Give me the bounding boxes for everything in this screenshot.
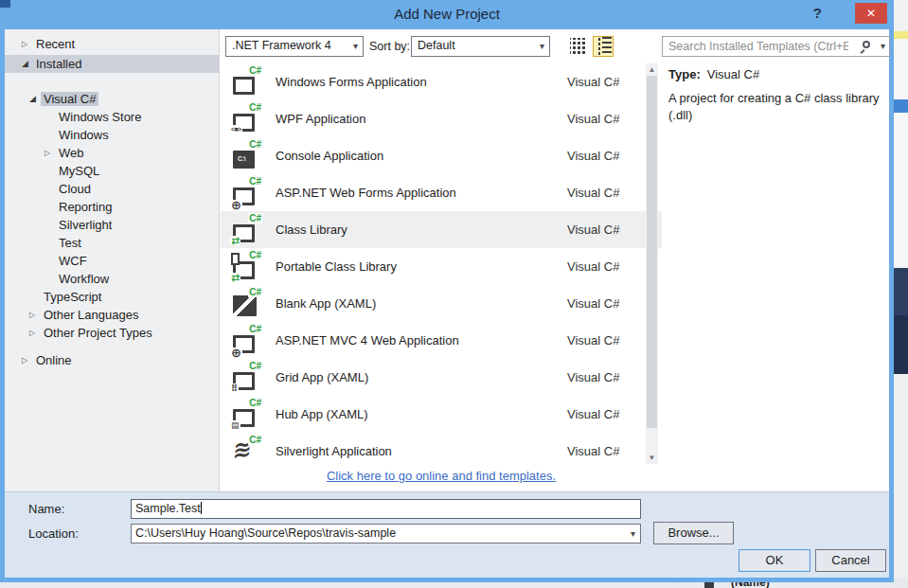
csharp-badge: C#	[248, 176, 262, 187]
close-button[interactable]: ✕	[855, 3, 887, 24]
name-label: Name:	[28, 502, 64, 516]
template-row-blank-app-xaml[interactable]: C#Blank App (XAML)Visual C#	[221, 285, 662, 322]
tree-item-label: Silverlight	[59, 218, 112, 232]
sort-by-dropdown[interactable]: Default ▾	[411, 36, 550, 57]
tree-item-label: Other Languages	[44, 308, 138, 322]
collapsed-arrow-icon[interactable]: ▷	[22, 351, 27, 369]
webforms-icon: ⊕C#	[230, 178, 264, 207]
location-dropdown[interactable]: C:\Users\Huy Hoang\Source\Repos\travis-s…	[131, 524, 641, 543]
framework-dropdown[interactable]: .NET Framework 4 ▾	[225, 36, 364, 57]
category-tree: ▷Recent◢Installed◢Visual C#Windows Store…	[5, 29, 220, 491]
tree-item-label: WCF	[59, 254, 87, 268]
expanded-arrow-icon[interactable]: ◢	[29, 90, 36, 108]
tree-item-windows[interactable]: Windows	[5, 126, 219, 144]
template-row-grid-app-xaml[interactable]: ⠿C#Grid App (XAML)Visual C#	[221, 359, 662, 396]
bg-segment	[894, 113, 908, 268]
framework-dropdown-value: .NET Framework 4	[232, 39, 331, 52]
tree-item-wcf[interactable]: WCF	[5, 252, 219, 270]
tree-item-label: Web	[59, 146, 84, 160]
chevron-down-icon: ▾	[631, 528, 635, 539]
collapsed-arrow-icon[interactable]: ▷	[22, 35, 27, 53]
tree-item-label: Recent	[36, 37, 75, 51]
template-row-class-library[interactable]: ⇄C#Class LibraryVisual C#	[221, 211, 662, 248]
tree-item-label: MySQL	[59, 164, 99, 178]
tree-item-label: Workflow	[59, 272, 109, 286]
browse-button[interactable]: Browse...	[653, 522, 734, 544]
tree-item-mysql[interactable]: MySQL	[5, 162, 219, 180]
tree-item-reporting[interactable]: Reporting	[5, 198, 219, 216]
template-language: Visual C#	[567, 75, 628, 89]
tree-item-windows-store[interactable]: Windows Store	[5, 108, 219, 126]
bg-segment	[894, 268, 908, 315]
template-description: A project for creating a C# class librar…	[668, 90, 884, 123]
tree-item-workflow[interactable]: Workflow	[5, 270, 219, 288]
add-new-project-dialog: Add New Project ? ✕ ▷Recent◢Installed◢Vi…	[0, 0, 894, 582]
sort-by-label: Sort by:	[369, 40, 410, 53]
tree-item-label: Other Project Types	[44, 326, 152, 340]
tree-item-label: Reporting	[59, 200, 112, 214]
small-icons-view-button[interactable]	[570, 38, 586, 54]
template-row-portable-class-library[interactable]: ⇄C#Portable Class LibraryVisual C#	[221, 248, 662, 285]
tree-item-recent[interactable]: ▷Recent	[5, 35, 219, 53]
csharp-badge: C#	[248, 213, 262, 223]
type-value: Visual C#	[707, 67, 759, 81]
template-row-asp-net-web-forms-application[interactable]: ⊕C#ASP.NET Web Forms ApplicationVisual C…	[221, 174, 662, 211]
template-language: Visual C#	[567, 112, 628, 126]
hubapp-icon: ▤C#	[230, 400, 264, 429]
template-language: Visual C#	[567, 407, 628, 421]
wpf-icon: <■>C#	[230, 104, 264, 134]
csharp-badge: C#	[248, 65, 262, 76]
template-list-scrollbar[interactable]: ▲ ▼	[646, 63, 658, 464]
bg-segment	[894, 99, 908, 113]
template-row-windows-forms-application[interactable]: C#Windows Forms ApplicationVisual C#	[221, 63, 662, 100]
template-list: C#Windows Forms ApplicationVisual C#<■>C…	[221, 63, 662, 464]
template-name: Hub App (XAML)	[276, 407, 567, 421]
collapsed-arrow-icon[interactable]: ▷	[45, 144, 50, 162]
template-row-console-application[interactable]: C:\C#Console ApplicationVisual C#	[221, 137, 662, 174]
tree-item-other-languages[interactable]: ▷Other Languages	[5, 306, 219, 324]
template-row-silverlight-application[interactable]: ≋C#Silverlight ApplicationVisual C#	[221, 433, 662, 464]
csharp-badge: C#	[248, 361, 262, 371]
chevron-down-icon[interactable]: ▾	[881, 41, 885, 51]
template-language: Visual C#	[567, 370, 628, 384]
expanded-arrow-icon[interactable]: ◢	[22, 55, 28, 73]
sort-by-dropdown-value: Default	[418, 39, 455, 52]
tree-item-other-project-types[interactable]: ▷Other Project Types	[5, 324, 219, 342]
ok-button[interactable]: OK	[739, 549, 810, 572]
dialog-titlebar[interactable]: Add New Project ? ✕	[0, 0, 894, 29]
search-input[interactable]	[668, 39, 848, 54]
template-row-wpf-application[interactable]: <■>C#WPF ApplicationVisual C#	[221, 100, 662, 137]
dialog-title: Add New Project	[0, 6, 894, 22]
tree-item-typescript[interactable]: TypeScript	[5, 288, 219, 306]
tree-item-online[interactable]: ▷Online	[5, 351, 219, 369]
type-label: Type:	[668, 67, 701, 81]
collapsed-arrow-icon[interactable]: ▷	[29, 306, 35, 324]
csharp-badge: C#	[248, 324, 262, 334]
scrollbar-thumb[interactable]	[647, 76, 657, 428]
tree-item-cloud[interactable]: Cloud	[5, 180, 219, 198]
scroll-up-icon[interactable]: ▲	[646, 63, 658, 76]
collapsed-arrow-icon[interactable]: ▷	[29, 324, 35, 342]
tree-item-test[interactable]: Test	[5, 234, 219, 252]
console-icon: C:\C#	[230, 141, 264, 170]
scroll-down-icon[interactable]: ▼	[646, 452, 658, 464]
help-button[interactable]: ?	[813, 5, 822, 21]
tree-item-label: Visual C#	[41, 92, 98, 106]
template-name: Class Library	[276, 223, 567, 237]
tree-item-visual-c[interactable]: ◢Visual C#	[5, 90, 219, 108]
cancel-button[interactable]: Cancel	[815, 549, 886, 572]
blank-icon: C#	[230, 289, 264, 318]
tree-item-label: Online	[36, 353, 72, 367]
template-language: Visual C#	[567, 333, 628, 347]
go-online-link[interactable]: Click here to go online and find templat…	[327, 469, 556, 483]
tree-item-web[interactable]: ▷Web	[5, 144, 219, 162]
template-row-hub-app-xaml[interactable]: ▤C#Hub App (XAML)Visual C#	[221, 396, 662, 433]
csharp-badge: C#	[248, 102, 262, 113]
list-view-button[interactable]	[593, 36, 614, 57]
tree-item-silverlight[interactable]: Silverlight	[5, 216, 219, 234]
search-icon[interactable]	[863, 41, 870, 48]
tree-item-installed[interactable]: ◢Installed	[5, 55, 219, 73]
template-row-asp-net-mvc-4-web-application[interactable]: ⊕C#ASP.NET MVC 4 Web ApplicationVisual C…	[221, 322, 662, 359]
background-window-corner	[0, 0, 10, 8]
name-input[interactable]: Sample.Test	[131, 499, 641, 519]
